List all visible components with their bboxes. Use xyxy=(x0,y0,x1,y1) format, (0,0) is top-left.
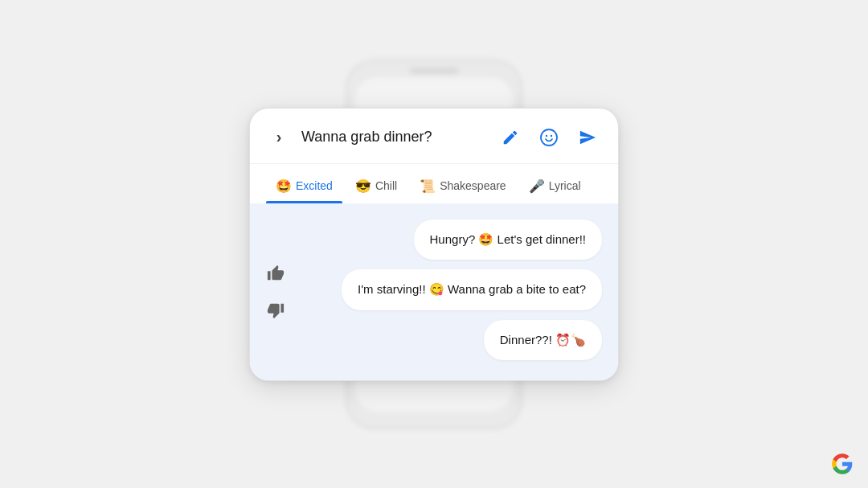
lyrical-emoji: 🎤 xyxy=(529,178,545,194)
svg-point-0 xyxy=(541,129,557,146)
ai-suggestions-card: › Wanna grab dinner? 🤩 Excited xyxy=(249,108,619,381)
pen-icon xyxy=(502,129,519,146)
input-row: › Wanna grab dinner? xyxy=(250,109,618,164)
thumbs-up-button[interactable] xyxy=(263,260,289,286)
excited-label: Excited xyxy=(296,179,333,192)
thumbs-down-icon xyxy=(267,301,285,319)
pen-icon-button[interactable] xyxy=(496,123,525,152)
expand-button[interactable]: › xyxy=(266,125,292,150)
send-icon xyxy=(579,129,596,146)
thumbs-up-icon xyxy=(267,265,285,282)
send-icon-button[interactable] xyxy=(573,123,602,152)
chill-emoji: 😎 xyxy=(355,178,371,194)
svg-point-1 xyxy=(546,134,547,136)
chill-label: Chill xyxy=(375,179,397,192)
tab-chill[interactable]: 😎 Chill xyxy=(346,172,407,203)
svg-point-2 xyxy=(551,134,552,136)
message-3: Dinner??! ⏰🍗 xyxy=(484,320,602,361)
tab-shakespeare[interactable]: 📜 Shakespeare xyxy=(410,172,516,203)
emoji-icon-button[interactable] xyxy=(534,123,563,152)
message-2: I'm starving!! 😋 Wanna grab a bite to ea… xyxy=(342,269,602,310)
google-logo xyxy=(831,453,854,475)
feedback-buttons xyxy=(263,260,289,323)
shakespeare-emoji: 📜 xyxy=(420,178,436,194)
emoji-icon xyxy=(539,128,559,147)
input-text: Wanna grab dinner? xyxy=(301,129,486,146)
thumbs-down-button[interactable] xyxy=(263,297,289,323)
tabs-row: 🤩 Excited 😎 Chill 📜 Shakespeare 🎤 Lyrica… xyxy=(250,164,618,203)
tab-excited[interactable]: 🤩 Excited xyxy=(266,172,342,203)
messages-area: Hungry? 🤩 Let's get dinner!! I'm starvin… xyxy=(250,203,618,380)
phone-notch xyxy=(410,68,458,74)
excited-emoji: 🤩 xyxy=(276,178,292,194)
shakespeare-label: Shakespeare xyxy=(440,179,506,192)
tab-lyrical[interactable]: 🎤 Lyrical xyxy=(519,172,591,203)
lyrical-label: Lyrical xyxy=(549,179,581,192)
message-1: Hungry? 🤩 Let's get dinner!! xyxy=(414,219,602,260)
